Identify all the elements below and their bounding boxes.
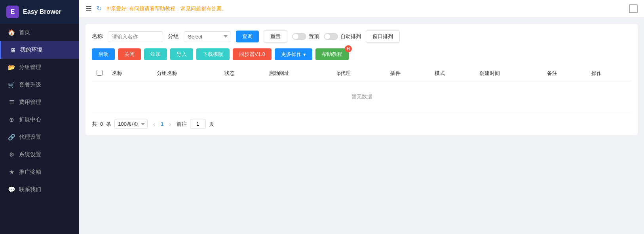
notice-text: !!!亲爱好: 有问题请看帮助教程，常见问题都有答案。 — [106, 5, 227, 12]
pagination: 共 0 条 100条/页 50条/页 20条/页 ‹ 1 › 前往 页 — [92, 119, 631, 129]
col-status: 状态 — [220, 66, 264, 81]
sidebar-item-label: 代理设置 — [19, 134, 41, 141]
more-button[interactable]: 更多操作 ▾ — [275, 48, 312, 60]
action-row: 启动 关闭 添加 导入 下载模版 同步器V1.0 更多操作 ▾ 帮助教程 H — [92, 48, 631, 60]
help-badge: H — [345, 45, 352, 52]
sidebar-item-plan-upgrade[interactable]: 🛒 套餐升级 — [0, 76, 79, 94]
start-button[interactable]: 启动 — [92, 48, 115, 60]
cart-icon: 🛒 — [8, 81, 15, 88]
data-table: 名称 分组名称 状态 启动网址 ip代理 插件 模式 创建时间 备注 操作 — [92, 66, 631, 113]
help-btn-wrap: 帮助教程 H — [315, 48, 349, 60]
home-icon: 🏠 — [8, 29, 15, 36]
sidebar-item-label: 首页 — [19, 29, 30, 36]
total-label: 共 — [92, 121, 97, 128]
main-content: ☰ ↻ !!!亲爱好: 有问题请看帮助教程，常见问题都有答案。 名称 分组 Se… — [79, 0, 644, 234]
download-template-button[interactable]: 下载模版 — [196, 48, 230, 60]
page-size-select[interactable]: 100条/页 50条/页 20条/页 — [114, 119, 148, 129]
star-icon: ★ — [8, 169, 15, 176]
col-plugin: 插件 — [386, 66, 430, 81]
sidebar-item-cost-mgmt[interactable]: ☰ 费用管理 — [0, 94, 79, 111]
sidebar-item-home[interactable]: 🏠 首页 — [0, 24, 79, 41]
table-header-row: 名称 分组名称 状态 启动网址 ip代理 插件 模式 创建时间 备注 操作 — [92, 66, 631, 81]
empty-text: 暂无数据 — [92, 81, 631, 113]
list-icon: ☰ — [8, 99, 15, 106]
select-all-th — [92, 66, 107, 81]
extension-icon: ⊕ — [8, 116, 15, 123]
auto-sort-label: 自动排列 — [340, 33, 361, 40]
help-button[interactable]: 帮助教程 — [315, 48, 349, 60]
refresh-icon[interactable]: ↻ — [97, 5, 102, 12]
pin-toggle-wrap: 置顶 — [292, 33, 319, 40]
col-ip-proxy: ip代理 — [332, 66, 385, 81]
more-label: 更多操作 — [281, 51, 302, 58]
sidebar-item-promo-reward[interactable]: ★ 推广奖励 — [0, 163, 79, 181]
sidebar-item-label: 系统设置 — [19, 151, 41, 158]
query-button[interactable]: 查询 — [236, 31, 259, 42]
name-label: 名称 — [92, 33, 103, 40]
sidebar-item-label: 推广奖励 — [19, 169, 41, 176]
col-actions: 操作 — [587, 66, 631, 81]
next-page-button[interactable]: › — [167, 120, 173, 128]
window-sort-button[interactable]: 窗口排列 — [366, 30, 400, 43]
sidebar-item-my-env[interactable]: 🖥 我的环境 — [0, 41, 79, 59]
close-button[interactable]: 关闭 — [118, 48, 141, 60]
col-mode: 模式 — [430, 66, 475, 81]
sidebar-item-extension-center[interactable]: ⊕ 扩展中心 — [0, 111, 79, 129]
reset-button[interactable]: 重置 — [264, 30, 287, 43]
sidebar-item-label: 扩展中心 — [19, 116, 41, 123]
topbar: ☰ ↻ !!!亲爱好: 有问题请看帮助教程，常见问题都有答案。 — [79, 0, 644, 17]
col-notes: 备注 — [542, 66, 587, 81]
auto-sort-toggle[interactable] — [324, 33, 338, 40]
folder-icon: 📂 — [8, 64, 15, 71]
sidebar-item-label: 套餐升级 — [19, 81, 41, 88]
sidebar-logo: E Easy Brower — [0, 0, 79, 24]
total-unit: 条 — [106, 121, 111, 128]
sidebar-item-label: 费用管理 — [19, 99, 41, 106]
import-button[interactable]: 导入 — [170, 48, 193, 60]
page-label: 页 — [209, 121, 214, 128]
logo-name: Easy Brower — [23, 8, 61, 15]
menu-icon[interactable]: ☰ — [85, 4, 92, 13]
sidebar-item-system-settings[interactable]: ⚙ 系统设置 — [0, 146, 79, 163]
empty-row: 暂无数据 — [92, 81, 631, 113]
sidebar-item-label: 我的环境 — [20, 46, 42, 54]
chat-icon: 💬 — [8, 186, 15, 193]
content-area: 名称 分组 Select 查询 重置 置顶 自动排列 窗口排列 — [79, 17, 644, 234]
sidebar-item-group-mgmt[interactable]: 📂 分组管理 — [0, 59, 79, 76]
sidebar-item-label: 联系我们 — [19, 186, 41, 193]
main-panel: 名称 分组 Select 查询 重置 置顶 自动排列 窗口排列 — [85, 24, 638, 135]
current-page: 1 — [161, 121, 163, 127]
proxy-icon: 🔗 — [8, 134, 15, 141]
logo-icon: E — [6, 6, 19, 18]
filter-row: 名称 分组 Select 查询 重置 置顶 自动排列 窗口排列 — [92, 30, 631, 43]
chevron-down-icon: ▾ — [303, 52, 306, 58]
name-input[interactable] — [108, 31, 163, 42]
add-button[interactable]: 添加 — [144, 48, 167, 60]
total-count: 0 — [100, 121, 103, 127]
gear-icon: ⚙ — [8, 151, 15, 158]
col-create-time: 创建时间 — [475, 66, 542, 81]
monitor-icon: 🖥 — [9, 47, 16, 54]
table-wrap: 名称 分组名称 状态 启动网址 ip代理 插件 模式 创建时间 备注 操作 — [92, 66, 631, 113]
sidebar: E Easy Brower 🏠 首页 🖥 我的环境 📂 分组管理 🛒 套餐升级 … — [0, 0, 79, 234]
group-select[interactable]: Select — [184, 31, 231, 42]
group-label: 分组 — [168, 33, 179, 40]
auto-sort-toggle-wrap: 自动排列 — [324, 33, 361, 40]
sidebar-item-proxy-settings[interactable]: 🔗 代理设置 — [0, 129, 79, 146]
goto-page-input[interactable] — [190, 119, 206, 129]
goto-label: 前往 — [177, 121, 187, 128]
col-launch-url: 启动网址 — [264, 66, 332, 81]
col-name: 名称 — [107, 66, 152, 81]
pin-toggle[interactable] — [292, 33, 306, 40]
sidebar-item-label: 分组管理 — [19, 64, 41, 71]
sync-button[interactable]: 同步器V1.0 — [233, 48, 272, 60]
window-icon[interactable] — [629, 4, 638, 13]
select-all-checkbox[interactable] — [97, 70, 103, 76]
prev-page-button[interactable]: ‹ — [151, 120, 158, 128]
pin-label: 置顶 — [309, 33, 319, 40]
sidebar-item-contact-us[interactable]: 💬 联系我们 — [0, 181, 79, 198]
col-group-name: 分组名称 — [152, 66, 220, 81]
